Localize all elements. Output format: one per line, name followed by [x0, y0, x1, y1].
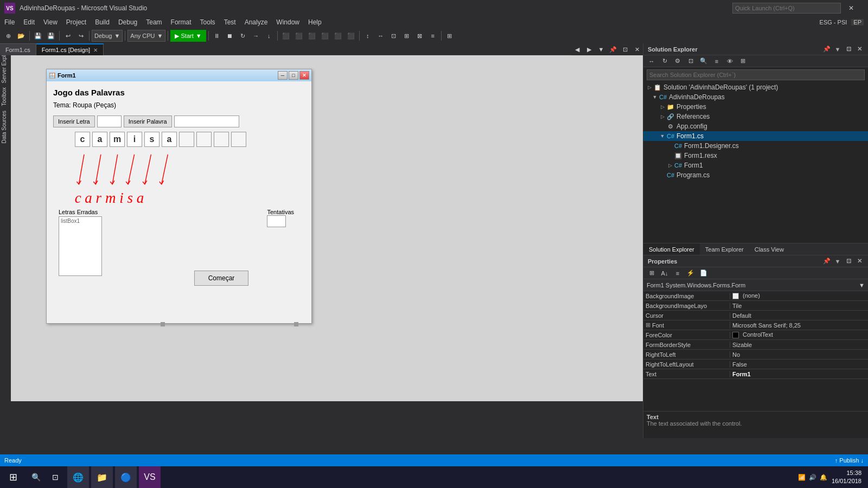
prop-val[interactable]: (none)	[730, 292, 868, 299]
tab-scroll-right[interactable]: ▶	[583, 43, 595, 55]
props-categorized-btn[interactable]: ⊞	[646, 267, 658, 279]
float-icon2[interactable]: ⊡	[844, 257, 853, 266]
data-sources-side-tab[interactable]: Data Sources	[0, 108, 11, 146]
start-button[interactable]: ▶ Start ▼	[170, 30, 206, 42]
se-search-input[interactable]	[647, 69, 865, 80]
menu-file[interactable]: File	[0, 16, 19, 28]
tb-align-mid[interactable]: ⬛	[332, 30, 344, 42]
prop-val[interactable]: Form1	[730, 371, 868, 377]
solution-explorer-tab[interactable]: Solution Explorer	[643, 243, 700, 255]
tb-undo-btn[interactable]: ↩	[62, 30, 74, 42]
menu-format[interactable]: Format	[167, 16, 196, 28]
tb-extra4[interactable]: ⊞	[401, 30, 413, 42]
start-menu-button[interactable]: ⊞	[0, 466, 26, 488]
se-sync-btn[interactable]: ↔	[646, 55, 658, 67]
props-properties-btn[interactable]: ≡	[672, 267, 684, 279]
taskbar-files-icon[interactable]: 📁	[91, 466, 113, 488]
menu-debug[interactable]: Debug	[114, 16, 142, 28]
taskbar-search-button[interactable]: 🔍	[26, 466, 46, 488]
tb-misc5[interactable]: ↓	[263, 30, 275, 42]
close-tab-button[interactable]: ✕	[631, 43, 643, 55]
se-refresh-btn[interactable]: ↻	[659, 55, 671, 67]
tree-node-solution[interactable]: ▷ 📋 Solution 'AdivinhaDeRoupas' (1 proje…	[643, 82, 868, 92]
tb-saveall-btn[interactable]: 💾	[45, 30, 57, 42]
tb-extra2[interactable]: ↔	[375, 30, 387, 42]
tb-extra6[interactable]: ≡	[427, 30, 439, 42]
winform-minimize[interactable]: ─	[278, 71, 288, 80]
tb-extra3[interactable]: ⊡	[388, 30, 400, 42]
close-panel-icon2[interactable]: ✕	[855, 257, 864, 266]
close-panel-icon[interactable]: ✕	[855, 45, 864, 54]
menu-build[interactable]: Build	[91, 16, 114, 28]
tentativas-box[interactable]	[267, 215, 286, 227]
menu-help[interactable]: Help	[304, 16, 326, 28]
menu-view[interactable]: View	[39, 16, 62, 28]
task-view-button[interactable]: ⊡	[46, 466, 65, 488]
se-view-btn[interactable]: 👁	[724, 55, 736, 67]
tb-align-center[interactable]: ⬛	[293, 30, 305, 42]
menu-tools[interactable]: Tools	[196, 16, 220, 28]
arrow-down-icon2[interactable]: ▼	[833, 257, 842, 266]
letra-input[interactable]	[97, 115, 122, 127]
prop-val[interactable]: Tile	[730, 303, 868, 309]
tree-node-form1[interactable]: ▷ C# Form1	[643, 160, 868, 170]
menu-edit[interactable]: Edit	[19, 16, 39, 28]
tb-align-left[interactable]: ⬛	[280, 30, 292, 42]
taskbar-clock[interactable]: 15:38 16/01/2018	[832, 469, 861, 486]
tb-extra5[interactable]: ⊠	[414, 30, 426, 42]
taskbar-vs-icon[interactable]: VS	[139, 466, 161, 488]
pin-icon2[interactable]: 📌	[822, 257, 831, 266]
tb-align-top[interactable]: ⬛	[319, 30, 331, 42]
tree-node-form1cs[interactable]: ▼ C# Form1.cs	[643, 131, 868, 141]
menu-analyze[interactable]: Analyze	[240, 16, 272, 28]
tb-misc4[interactable]: →	[250, 30, 262, 42]
winform-close[interactable]: ✕	[299, 71, 309, 80]
quick-launch-area[interactable]	[732, 0, 841, 16]
se-extra-btn[interactable]: ⊞	[737, 55, 749, 67]
props-events-btn[interactable]: ⚡	[685, 267, 697, 279]
tb-align-right[interactable]: ⬛	[306, 30, 318, 42]
se-find-btn[interactable]: 🔍	[698, 55, 710, 67]
taskbar-chrome-icon[interactable]: 🔵	[115, 466, 137, 488]
pin-icon[interactable]: 📌	[822, 45, 831, 54]
tb-redo-btn[interactable]: ↪	[75, 30, 87, 42]
tb-grid[interactable]: ⊞	[444, 30, 456, 42]
taskbar-edge-icon[interactable]: 🌐	[67, 466, 89, 488]
se-filter-btn[interactable]: ⊡	[685, 55, 697, 67]
float-button[interactable]: ⊡	[619, 43, 631, 55]
tab-form1-cs[interactable]: Form1.cs	[0, 43, 36, 55]
winform-maximize[interactable]: □	[289, 71, 298, 80]
se-props-btn[interactable]: ≡	[711, 55, 723, 67]
menu-project[interactable]: Project	[62, 16, 91, 28]
prop-val[interactable]: No	[730, 351, 868, 358]
prop-val[interactable]: Sizable	[730, 342, 868, 348]
palavra-input[interactable]	[174, 115, 239, 127]
platform-dropdown[interactable]: Any CPU ▼	[127, 30, 165, 42]
tab-form1-design[interactable]: Form1.cs [Design] ✕	[36, 43, 104, 55]
menu-team[interactable]: Team	[142, 16, 166, 28]
debug-mode-dropdown[interactable]: Debug ▼	[92, 30, 123, 42]
tb-open-btn[interactable]: 📂	[15, 30, 27, 42]
resize-handle-bottom[interactable]	[161, 322, 165, 326]
tb-misc2[interactable]: ⏹	[224, 30, 236, 42]
inserir-letra-button[interactable]: Inserir Letra	[53, 115, 95, 127]
tree-node-form1designer[interactable]: C# Form1.Designer.cs	[643, 141, 868, 151]
tb-new-btn[interactable]: ⊕	[2, 30, 14, 42]
float-icon[interactable]: ⊡	[844, 45, 853, 54]
letras-listbox[interactable]: listBox1	[59, 216, 102, 276]
prop-val[interactable]: False	[730, 361, 868, 368]
tb-misc1[interactable]: ⏸	[211, 30, 223, 42]
tree-node-properties[interactable]: ▷ 📁 Properties	[643, 102, 868, 112]
tb-align-bottom[interactable]: ⬛	[345, 30, 357, 42]
menu-window[interactable]: Window	[272, 16, 304, 28]
prop-val[interactable]: Microsoft Sans Serif; 8,25	[730, 322, 868, 329]
tb-save-btn[interactable]: 💾	[32, 30, 44, 42]
tree-node-project[interactable]: ▼ C# AdivinhaDeRoupas	[643, 92, 868, 102]
tb-extra1[interactable]: ↕	[362, 30, 374, 42]
close-button[interactable]: ✕	[839, 0, 864, 16]
tree-node-programcs[interactable]: C# Program.cs	[643, 170, 868, 180]
props-object-selector[interactable]: Form1 System.Windows.Forms.Form ▼	[643, 279, 868, 291]
menu-test[interactable]: Test	[220, 16, 240, 28]
props-pages-btn[interactable]: 📄	[698, 267, 710, 279]
toolbox-side-tab[interactable]: Toolbox	[0, 85, 11, 108]
